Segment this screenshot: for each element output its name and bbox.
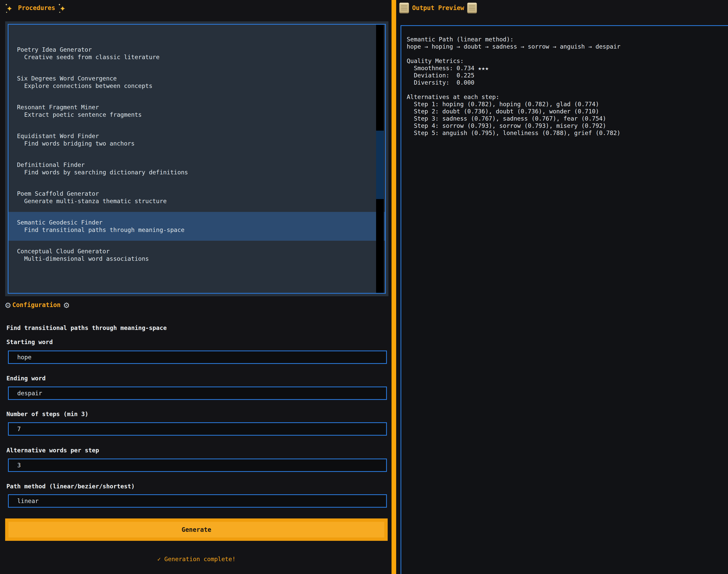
- procedure-title: Equidistant Word Finder: [17, 132, 367, 140]
- procedure-item-selected[interactable]: Semantic Geodesic Finder Find transition…: [8, 212, 385, 241]
- sparkle-icon: ✦✦✦: [5, 3, 15, 13]
- app-window: ✦✦✦ Procedures ✦✦✦ Poetry Idea Generator…: [0, 0, 728, 574]
- starting-word-label: Starting word: [6, 338, 53, 345]
- procedures-scrollbar[interactable]: [376, 25, 384, 293]
- procedures-panel: Poetry Idea Generator Creative seeds fro…: [5, 22, 389, 296]
- path-method-label: Path method (linear/bezier/shortest): [6, 483, 135, 490]
- procedure-title: Resonant Fragment Miner: [17, 104, 367, 111]
- generate-button-label: Generate: [8, 522, 384, 537]
- ending-word-label: Ending word: [6, 375, 45, 382]
- ending-word-input[interactable]: [8, 386, 387, 400]
- configuration-header: ⚙ Configuration ⚙: [5, 300, 69, 310]
- path-method-input[interactable]: [8, 494, 387, 508]
- procedure-title: Six Degrees Word Convergence: [17, 75, 367, 82]
- procedure-subtitle: Explore connections between concepts: [17, 82, 367, 90]
- configuration-title: Configuration: [12, 301, 61, 309]
- output-preview-title: Output Preview: [412, 4, 464, 11]
- output-preview-header: Output Preview: [399, 3, 477, 13]
- procedure-subtitle: Extract poetic sentence fragments: [17, 111, 367, 119]
- gear-icon: ⚙: [64, 300, 70, 310]
- starting-word-input[interactable]: [8, 351, 387, 364]
- procedure-subtitle: Multi-dimensional word associations: [17, 255, 367, 262]
- sparkle-icon: ✦✦✦: [58, 3, 68, 13]
- procedure-title: Conceptual Cloud Generator: [17, 248, 367, 255]
- procedure-item[interactable]: Equidistant Word Finder Find words bridg…: [8, 125, 385, 154]
- procedures-header: ✦✦✦ Procedures ✦✦✦: [5, 3, 68, 13]
- procedures-scrollbar-thumb[interactable]: [376, 131, 384, 199]
- procedure-title: Semantic Geodesic Finder: [17, 219, 367, 226]
- procedure-item[interactable]: Poem Scaffold Generator Generate multi-s…: [8, 183, 385, 212]
- procedure-title: Poetry Idea Generator: [17, 46, 367, 53]
- procedure-subtitle: Find words bridging two anchors: [17, 140, 367, 147]
- gear-icon: ⚙: [5, 300, 11, 310]
- panel-divider[interactable]: [392, 0, 396, 574]
- procedure-item[interactable]: Conceptual Cloud Generator Multi-dimensi…: [8, 241, 385, 270]
- procedures-title: Procedures: [18, 4, 55, 11]
- number-of-steps-input[interactable]: [8, 422, 387, 436]
- procedures-list: Poetry Idea Generator Creative seeds fro…: [8, 25, 385, 270]
- alternatives-per-step-input[interactable]: [8, 458, 387, 472]
- procedure-subtitle: Find transitional paths through meaning-…: [17, 226, 367, 234]
- alternatives-per-step-label: Alternative words per step: [6, 447, 99, 454]
- procedure-item[interactable]: Poetry Idea Generator Creative seeds fro…: [8, 39, 385, 68]
- procedure-item[interactable]: Definitional Finder Find words by search…: [8, 154, 385, 183]
- procedure-title: Poem Scaffold Generator: [17, 190, 367, 198]
- output-panel: Semantic Path (linear method): hope → ho…: [401, 25, 728, 574]
- procedures-list-viewport: Poetry Idea Generator Creative seeds fro…: [8, 24, 386, 294]
- procedure-subtitle: Creative seeds from classic literature: [17, 53, 367, 61]
- procedure-subtitle: Find words by searching dictionary defin…: [17, 169, 367, 176]
- scroll-icon: [467, 3, 477, 13]
- procedure-item[interactable]: Six Degrees Word Convergence Explore con…: [8, 68, 385, 97]
- number-of-steps-label: Number of steps (min 3): [6, 410, 88, 418]
- procedure-description: Find transitional paths through meaning-…: [6, 324, 167, 331]
- output-text: Semantic Path (linear method): hope → ho…: [401, 26, 728, 142]
- scroll-icon: [399, 3, 409, 13]
- procedure-subtitle: Generate multi-stanza thematic structure: [17, 198, 367, 205]
- procedure-title: Definitional Finder: [17, 161, 367, 169]
- generation-status: ✓ Generation complete!: [0, 556, 393, 563]
- generate-button[interactable]: Generate: [5, 519, 388, 541]
- procedure-item[interactable]: Resonant Fragment Miner Extract poetic s…: [8, 97, 385, 125]
